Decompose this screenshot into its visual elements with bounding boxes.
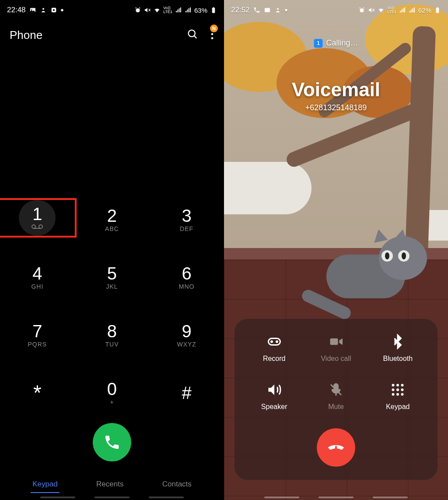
image-notif-icon	[29, 7, 36, 14]
speaker-button[interactable]: Speaker	[243, 382, 305, 411]
image-notif-icon	[264, 7, 271, 14]
nav-bar	[224, 497, 448, 500]
svg-point-15	[277, 8, 279, 10]
battery-text: 62%	[418, 7, 431, 14]
key-8-digit: 8	[107, 322, 117, 340]
callee-name: Voicemail	[224, 79, 448, 101]
keypad-button[interactable]: Keypad	[367, 382, 429, 411]
tab-contacts[interactable]: Contacts	[161, 476, 193, 493]
key-6-sub: MNO	[179, 283, 195, 290]
call-controls-panel: Record Video call Bluetooth Speaker Mute…	[234, 319, 438, 480]
svg-point-25	[396, 384, 399, 387]
bluetooth-button[interactable]: Bluetooth	[367, 334, 429, 363]
status-time: 22:52	[231, 6, 250, 14]
alarm-icon	[134, 7, 141, 14]
app-header: Phone N	[0, 20, 224, 45]
svg-rect-17	[436, 8, 439, 13]
key-star[interactable]: *	[0, 373, 75, 413]
key-2-digit: 2	[107, 207, 117, 224]
svg-point-29	[401, 388, 404, 391]
key-0[interactable]: 0+	[75, 373, 150, 413]
person-notif-icon	[40, 7, 47, 14]
svg-rect-18	[437, 7, 438, 7]
end-call-button[interactable]	[317, 428, 355, 467]
video-icon	[328, 334, 344, 350]
key-9[interactable]: 9WXYZ	[149, 315, 224, 355]
mute-icon	[368, 7, 375, 14]
tab-keypad[interactable]: Keypad	[31, 476, 60, 493]
nav-recents[interactable]	[264, 497, 299, 498]
key-0-digit: 0	[107, 380, 117, 398]
svg-rect-6	[212, 8, 215, 13]
callee-number: +6281325148189	[224, 103, 448, 112]
volte-icon: Vo))LTE1	[163, 6, 172, 14]
svg-point-20	[270, 340, 273, 343]
battery-text: 63%	[194, 7, 207, 14]
nav-home[interactable]	[318, 497, 354, 498]
tab-recents[interactable]: Recents	[94, 476, 125, 493]
settings-notif-icon	[50, 7, 57, 14]
record-button[interactable]: Record	[243, 334, 305, 363]
speaker-label: Speaker	[261, 403, 287, 411]
key-7-digit: 7	[32, 322, 42, 340]
app-title: Phone	[10, 28, 42, 42]
nav-recents[interactable]	[40, 497, 75, 498]
svg-point-21	[276, 340, 278, 343]
calling-label: Calling…	[326, 38, 358, 48]
signal2-icon	[409, 7, 416, 14]
mute-mic-icon	[328, 382, 344, 398]
mute-button[interactable]: Mute	[305, 382, 367, 411]
nav-back[interactable]	[149, 497, 184, 498]
key-9-sub: WXYZ	[177, 341, 196, 348]
record-label: Record	[263, 355, 286, 363]
svg-point-27	[392, 388, 395, 391]
status-bar: 22:52 • Vo))LTE1 62%	[224, 0, 448, 20]
svg-rect-22	[330, 339, 338, 345]
cat-illustration	[326, 236, 440, 302]
svg-point-2	[42, 8, 44, 10]
svg-point-10	[211, 33, 214, 35]
volte-icon: Vo))LTE1	[387, 6, 396, 14]
person-notif-icon	[274, 7, 281, 14]
key-2-sub: ABC	[105, 225, 119, 232]
svg-point-8	[189, 30, 195, 37]
phone-icon	[103, 434, 121, 451]
key-7[interactable]: 7PQRS	[0, 315, 75, 355]
sim-badge: 1	[314, 39, 322, 48]
svg-point-28	[396, 388, 399, 391]
wifi-icon	[378, 7, 385, 14]
signal2-icon	[185, 7, 192, 14]
key-5[interactable]: 5JKL	[75, 258, 150, 297]
bluetooth-icon	[390, 334, 406, 350]
key-4[interactable]: 4GHI	[0, 258, 75, 297]
nav-home[interactable]	[94, 497, 130, 498]
key-6[interactable]: 6MNO	[149, 258, 224, 297]
key-5-digit: 5	[107, 265, 117, 282]
callee-info: Voicemail +6281325148189	[224, 79, 448, 112]
voicemail-icon	[32, 224, 43, 231]
key-3-sub: DEF	[180, 225, 193, 232]
mute-icon	[144, 7, 151, 14]
notification-badge: N	[210, 24, 218, 32]
key-2[interactable]: 2ABC	[75, 200, 150, 239]
battery-icon	[210, 7, 217, 14]
nav-back[interactable]	[373, 497, 408, 498]
battery-icon	[434, 7, 441, 14]
svg-point-12	[32, 225, 35, 228]
svg-point-1	[31, 9, 32, 10]
key-0-sub: +	[110, 399, 114, 406]
video-call-button[interactable]: Video call	[305, 334, 367, 363]
key-8[interactable]: 8TUV	[75, 315, 150, 355]
keypad-icon	[390, 382, 406, 398]
signal-icon	[399, 7, 406, 14]
call-button[interactable]	[93, 423, 131, 462]
keypad-label: Keypad	[386, 403, 410, 411]
wifi-icon	[154, 7, 161, 14]
key-1[interactable]: 1	[0, 198, 77, 238]
key-3[interactable]: 3DEF	[149, 200, 224, 239]
key-hash[interactable]: #	[149, 373, 224, 413]
key-star-digit: *	[33, 382, 42, 403]
more-menu-icon[interactable]: N	[210, 28, 214, 42]
search-icon[interactable]	[186, 28, 199, 42]
call-notif-icon	[253, 7, 260, 14]
